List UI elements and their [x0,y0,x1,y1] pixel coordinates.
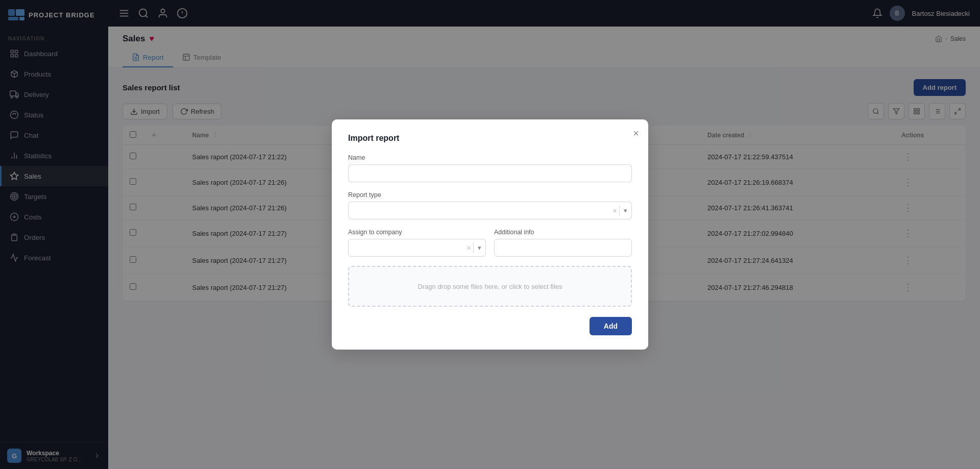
name-label: Name [348,154,632,161]
report-type-select[interactable]: × ▾ [348,202,632,219]
report-type-clear[interactable]: × [610,206,619,215]
assign-company-chevron[interactable]: ▾ [474,244,485,252]
modal-footer: Add [348,317,632,335]
additional-info-group: Additional info [494,229,632,257]
additional-info-input[interactable] [494,239,632,257]
form-row-company-info: Assign to company × ▾ Additional info [348,229,632,266]
file-dropzone[interactable]: Dragn drop some files here, or click to … [348,266,632,307]
assign-company-select[interactable]: × ▾ [348,239,486,257]
name-input[interactable] [348,164,632,182]
import-report-modal: × Import report Name Report type × ▾ Ass… [332,119,648,350]
modal-add-button[interactable]: Add [590,317,632,335]
dropzone-text: Dragn drop some files here, or click to … [418,283,562,290]
report-type-field-group: Report type × ▾ [348,191,632,219]
modal-close-button[interactable]: × [633,128,639,139]
report-type-input[interactable] [349,202,610,219]
assign-company-label: Assign to company [348,229,486,236]
modal-overlay[interactable]: × Import report Name Report type × ▾ Ass… [0,0,980,469]
additional-info-label: Additional info [494,229,632,236]
report-type-chevron[interactable]: ▾ [620,207,631,214]
modal-title: Import report [348,134,632,143]
assign-company-group: Assign to company × ▾ [348,229,486,257]
assign-company-input[interactable] [349,239,464,256]
assign-company-clear[interactable]: × [464,243,473,252]
report-type-label: Report type [348,191,632,199]
name-field-group: Name [348,154,632,182]
